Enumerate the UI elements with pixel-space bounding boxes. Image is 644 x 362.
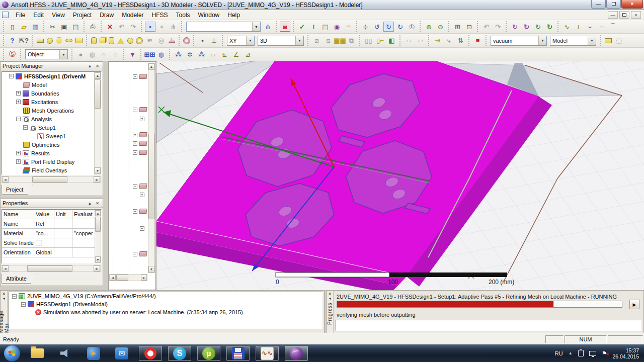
filter-icon[interactable]: ▼ [127, 49, 138, 59]
hfss-taskbar-button[interactable] [285, 346, 308, 361]
utorrent-button[interactable]: µ [197, 346, 220, 361]
project-tree-vscrollbar[interactable]: ▲ ▼ [94, 72, 101, 174]
new-icon[interactable]: ▯ [7, 22, 18, 32]
arc-center-icon[interactable]: ⌣ [585, 22, 595, 32]
project-tab[interactable]: Project [2, 185, 33, 195]
history-tree-node[interactable]: + [140, 193, 146, 197]
zoom-out-icon[interactable]: ⊖ [435, 22, 446, 32]
attribute-tab[interactable]: Attribute [2, 274, 37, 284]
duplicate-axis-icon[interactable]: ▯⌐ [375, 36, 385, 46]
fit-all-icon[interactable]: ⊡ [464, 22, 474, 32]
pan-icon[interactable]: ⊹ [360, 22, 371, 32]
tray-action-center-icon[interactable]: ⚑✕ [602, 350, 607, 356]
dock-close-icon[interactable]: ✕ [2, 292, 6, 296]
message-project-row[interactable]: − 2UVE_MIMO_4G_V19 (C:/Antenn/Fail/Ver/P… [9, 292, 322, 300]
solve-setup-icon[interactable]: ◙ [280, 22, 290, 32]
history-tree-node[interactable]: − [133, 184, 147, 189]
draw-stack-icon[interactable]: ≋ [144, 36, 155, 46]
media-player-button[interactable] [83, 345, 105, 361]
history-vscrollbar[interactable]: ▲ ▼ [148, 63, 155, 273]
mdi-close-button[interactable]: × [631, 11, 641, 19]
mdi-document-icon[interactable] [2, 12, 9, 18]
draw-flat-ellipse-icon[interactable] [65, 39, 72, 42]
save-tool-button[interactable] [226, 346, 250, 361]
expander-icon[interactable]: + [16, 159, 21, 164]
start-button[interactable] [4, 345, 20, 361]
solve-inside-checkbox[interactable] [36, 240, 42, 246]
rotate-model-icon[interactable]: ↻ [383, 22, 394, 32]
mail-button[interactable]: ✉ [111, 345, 133, 361]
draw-spiral-icon[interactable]: ◎ [156, 36, 167, 46]
modeler-history-tree[interactable]: − − + + + − − + − − − ▲ ▼ ◄ ► [108, 61, 156, 290]
tree-item-mesh-operations[interactable]: Mesh Operations [32, 108, 74, 114]
arc-3pt-icon[interactable]: ⌢ [596, 22, 607, 32]
menu-draw[interactable]: Draw [96, 11, 118, 20]
tree-item-model[interactable]: Model [32, 82, 47, 88]
unite-icon[interactable]: ⧅ [323, 36, 334, 46]
properties-hscrollbar[interactable]: ◄ ► [2, 265, 101, 272]
dock-close-icon[interactable]: ✕ [328, 292, 332, 296]
context-help-icon[interactable]: ⇱? [19, 36, 29, 46]
orient-rotate-2-icon[interactable]: ↻ [521, 22, 532, 32]
coordinate-globe-icon[interactable]: ◍ [156, 49, 167, 59]
plane-combo[interactable]: XY▼ [227, 36, 255, 46]
history-hscrollbar[interactable]: ◄ ► [109, 274, 147, 281]
message-error-row[interactable]: ✕ Simulation was aborted by user on serv… [9, 308, 322, 316]
tree-item-results[interactable]: Results [31, 150, 50, 156]
intersect-icon[interactable]: ⧉ [346, 36, 357, 46]
draw-polygon-icon[interactable] [56, 38, 62, 44]
tree-item-excitations[interactable]: Excitations [31, 99, 58, 105]
minimize-button[interactable]: — [591, 0, 606, 9]
orient-rotate-1-icon[interactable]: ↻ [510, 22, 520, 32]
align-1-icon[interactable]: ⁂ [173, 49, 184, 59]
history-tree-node[interactable]: + [140, 117, 146, 121]
expander-icon[interactable]: − [12, 294, 17, 299]
model-combo[interactable]: Model▼ [550, 36, 596, 46]
menu-help[interactable]: Help [223, 11, 244, 20]
progress-expand-button[interactable]: ▶ [629, 300, 639, 309]
layers-icon[interactable]: ≡ [472, 36, 483, 46]
vertex-sphere-4-icon[interactable]: ◌ [110, 49, 121, 59]
history-tree-node[interactable]: + [133, 141, 147, 146]
draw-torus-icon[interactable] [136, 38, 142, 44]
tree-item-setup1[interactable]: Setup1 [38, 125, 56, 131]
delete-icon[interactable]: ✕ [105, 22, 115, 32]
boxed-b-icon[interactable]: ▱ [415, 36, 426, 46]
save-icon[interactable]: ▦ [30, 22, 41, 32]
draw-box-icon[interactable] [100, 38, 106, 43]
open-icon[interactable]: ▱ [19, 22, 29, 32]
expander-icon[interactable]: − [16, 117, 21, 121]
port-display-icon[interactable]: ⚬ [156, 22, 167, 32]
draw-polyhedron-icon[interactable] [109, 37, 114, 44]
redo-icon[interactable]: ↷ [128, 22, 138, 32]
menu-hfss[interactable]: HFSS [148, 11, 172, 20]
draw-region-icon[interactable] [75, 38, 83, 43]
material-combo[interactable]: vacuum▼ [491, 36, 547, 46]
orient-rotate-4-icon[interactable]: ↻ [544, 22, 555, 32]
history-tree-node[interactable]: + [133, 132, 147, 137]
menu-window[interactable]: Window [194, 11, 224, 20]
mirror-icon[interactable]: ◧ [386, 36, 397, 46]
polyline-icon[interactable]: ∿ [561, 22, 572, 32]
menu-project[interactable]: Project [69, 11, 96, 20]
opera-button[interactable] [139, 346, 162, 361]
boolean-grid-icon[interactable]: ⊞⊞ [144, 49, 155, 59]
align-plane-icon[interactable]: ▱ [208, 49, 218, 59]
history-tree-node[interactable]: − [133, 150, 147, 155]
help-icon[interactable]: ? [7, 36, 18, 46]
vertex-sphere-2-icon[interactable]: ◍ [87, 49, 98, 59]
draw-ellipse-icon[interactable] [47, 38, 53, 44]
dock-pin-icon[interactable]: ◂ [3, 296, 5, 301]
measure-2-icon[interactable]: ∠ [231, 49, 242, 59]
zoom-in-icon[interactable]: ⊕ [424, 22, 434, 32]
snap-mode-icon[interactable]: Ⓢ [7, 49, 18, 59]
draw-sphere-icon[interactable] [127, 38, 133, 44]
copy-icon[interactable]: ▣ [59, 22, 69, 32]
tree-item-analysis[interactable]: Analysis [31, 116, 52, 122]
fields-icon[interactable]: ◉ [332, 22, 342, 32]
schematic-icon[interactable]: ⋔ [168, 22, 179, 32]
close-button[interactable]: × [621, 0, 643, 9]
duplicate-pair-icon[interactable]: ▣▣ [335, 36, 345, 46]
project-tree[interactable]: − HFSSDesign1 (DrivenM Model + Boundarie… [2, 71, 102, 175]
menu-tools[interactable]: Tools [172, 11, 194, 20]
